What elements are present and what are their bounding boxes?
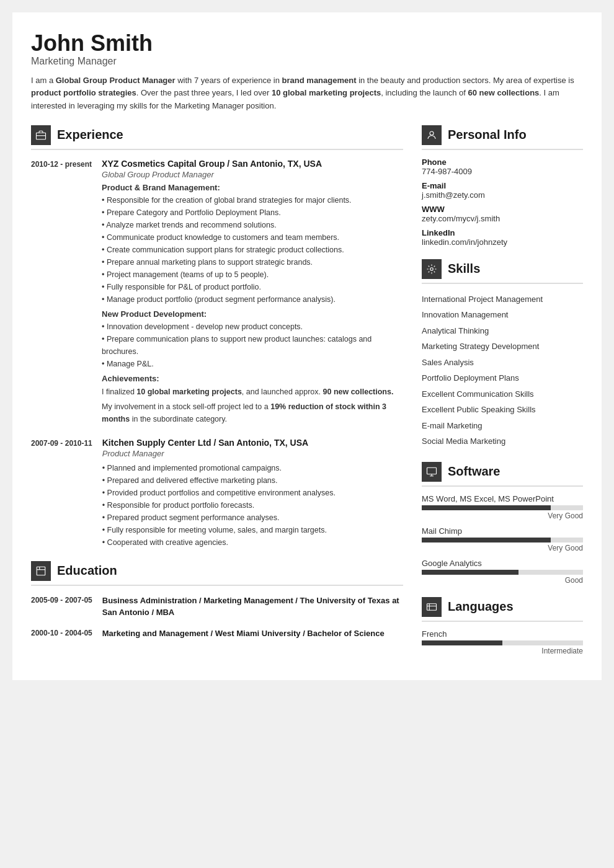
personal-value: j.smith@zety.com xyxy=(422,190,583,200)
skill-item: E-mail Marketing xyxy=(422,418,583,434)
software-name: Mail Chimp xyxy=(422,526,583,536)
skill-item: Excellent Communication Skills xyxy=(422,386,583,402)
software-item: MS Word, MS Excel, MS PowerPoint Very Go… xyxy=(422,494,583,520)
edu-entry: 2005-09 - 2007-05 Business Administratio… xyxy=(31,595,403,619)
experience-title: Experience xyxy=(57,128,123,142)
personal-label: WWW xyxy=(422,205,583,214)
language-name: French xyxy=(422,629,583,639)
languages-icon xyxy=(422,597,442,617)
education-section-header: Education xyxy=(31,561,403,586)
personal-item: LinkedInlinkedin.com/in/johnzety xyxy=(422,228,583,247)
software-bar-fill xyxy=(422,505,551,510)
svg-point-3 xyxy=(430,131,434,135)
resume-container: John Smith Marketing Manager I am a Glob… xyxy=(12,12,602,680)
software-level: Good xyxy=(422,576,583,585)
skill-item: International Project Management xyxy=(422,291,583,308)
exp-company-1: XYZ Cosmetics Capital Group / San Antoni… xyxy=(102,159,403,169)
experience-icon xyxy=(31,125,51,145)
software-bar xyxy=(422,505,583,510)
skill-item: Excellent Public Speaking Skills xyxy=(422,402,583,418)
svg-rect-0 xyxy=(37,133,46,140)
exp-date-2: 2007-09 - 2010-11 xyxy=(31,438,92,549)
language-item: French Intermediate xyxy=(422,629,583,655)
personal-item: E-mailj.smith@zety.com xyxy=(422,181,583,200)
personal-section-header: Personal Info xyxy=(422,125,583,150)
exp-company-2: Kitchen Supply Center Ltd / San Antonio,… xyxy=(102,438,403,448)
personal-title: Personal Info xyxy=(448,128,527,142)
skill-item: Innovation Management xyxy=(422,307,583,323)
personal-item: Phone774-987-4009 xyxy=(422,157,583,176)
personal-value: linkedin.com/in/johnzety xyxy=(422,237,583,247)
skills-section-header: Skills xyxy=(422,259,583,284)
candidate-title: Marketing Manager xyxy=(31,56,583,67)
software-level: Very Good xyxy=(422,512,583,520)
software-bar xyxy=(422,538,583,542)
exp-subtitle-brand: Product & Brand Management: xyxy=(102,183,403,192)
exp-content-1: XYZ Cosmetics Capital Group / San Antoni… xyxy=(102,159,403,425)
skill-item: Social Media Marketing xyxy=(422,433,583,450)
software-bar-fill xyxy=(422,570,518,575)
svg-rect-6 xyxy=(427,604,437,611)
header-section: John Smith Marketing Manager I am a Glob… xyxy=(31,31,583,113)
software-name: MS Word, MS Excel, MS PowerPoint xyxy=(422,494,583,503)
skill-item: Sales Analysis xyxy=(422,355,583,371)
experience-section-header: Experience xyxy=(31,125,403,150)
edu-content: Marketing and Management / West Miami Un… xyxy=(102,627,403,640)
skills-items: International Project ManagementInnovati… xyxy=(422,291,583,450)
svg-rect-2 xyxy=(37,567,45,575)
software-name: Google Analytics xyxy=(422,559,583,568)
header-summary: I am a Global Group Product Manager with… xyxy=(31,74,583,113)
skills-title: Skills xyxy=(448,262,480,276)
exp-subtitle-achievements: Achievements: xyxy=(102,374,403,383)
exp-entry-1: 2010-12 - present XYZ Cosmetics Capital … xyxy=(31,159,403,425)
left-column: Experience 2010-12 - present XYZ Cosmeti… xyxy=(31,125,403,662)
software-title: Software xyxy=(448,464,500,479)
edu-date: 2000-10 - 2004-05 xyxy=(31,627,92,640)
edu-content: Business Administration / Marketing Mana… xyxy=(102,595,403,619)
software-icon xyxy=(422,462,442,482)
personal-icon xyxy=(422,125,442,145)
exp-role-2: Product Manager xyxy=(102,449,403,458)
software-item: Google Analytics Good xyxy=(422,559,583,585)
languages-section-header: Languages xyxy=(422,597,583,622)
personal-label: E-mail xyxy=(422,181,583,190)
personal-label: LinkedIn xyxy=(422,228,583,237)
two-column-layout: Experience 2010-12 - present XYZ Cosmeti… xyxy=(31,125,583,662)
language-items: French Intermediate xyxy=(422,629,583,655)
exp-entry-2: 2007-09 - 2010-11 Kitchen Supply Center … xyxy=(31,438,403,549)
education-entries: 2005-09 - 2007-05 Business Administratio… xyxy=(31,595,403,640)
personal-label: Phone xyxy=(422,157,583,167)
svg-rect-5 xyxy=(427,467,437,474)
edu-entry: 2000-10 - 2004-05 Marketing and Manageme… xyxy=(31,627,403,640)
software-level: Very Good xyxy=(422,544,583,552)
software-bar xyxy=(422,570,583,575)
skill-item: Analytical Thinking xyxy=(422,323,583,339)
personal-value: zety.com/mycv/j.smith xyxy=(422,214,583,223)
edu-degree: Marketing and Management / West Miami Un… xyxy=(102,627,403,640)
languages-title: Languages xyxy=(448,600,514,614)
right-column: Personal Info Phone774-987-4009E-mailj.s… xyxy=(422,125,583,662)
exp-achievement-2: My involvement in a stock sell-off proje… xyxy=(102,401,403,425)
education-title: Education xyxy=(57,564,117,578)
personal-item: WWWzety.com/mycv/j.smith xyxy=(422,205,583,223)
exp-subtitle-npd: New Product Development: xyxy=(102,309,403,319)
exp-bullets-npd: Innovation development - develop new pro… xyxy=(102,321,403,370)
exp-role-1: Global Group Product Manager xyxy=(102,170,403,179)
exp-bullets-2: Planned and implemented promotional camp… xyxy=(102,462,403,549)
exp-content-2: Kitchen Supply Center Ltd / San Antonio,… xyxy=(102,438,403,549)
language-bar xyxy=(422,640,583,645)
candidate-name: John Smith xyxy=(31,31,583,56)
personal-value: 774-987-4009 xyxy=(422,167,583,176)
exp-date-1: 2010-12 - present xyxy=(31,159,92,425)
edu-date: 2005-09 - 2007-05 xyxy=(31,595,92,619)
software-items: MS Word, MS Excel, MS PowerPoint Very Go… xyxy=(422,494,583,585)
skill-item: Portfolio Deployment Plans xyxy=(422,370,583,386)
personal-items: Phone774-987-4009E-mailj.smith@zety.comW… xyxy=(422,157,583,247)
software-section-header: Software xyxy=(422,462,583,487)
education-icon xyxy=(31,561,51,581)
skills-icon xyxy=(422,259,442,279)
skill-item: Marketing Strategy Development xyxy=(422,339,583,355)
exp-achievement-1: I finalized 10 global marketing projects… xyxy=(102,386,403,398)
exp-bullets-brand: Responsible for the creation of global b… xyxy=(102,194,403,306)
edu-degree: Business Administration / Marketing Mana… xyxy=(102,595,403,619)
